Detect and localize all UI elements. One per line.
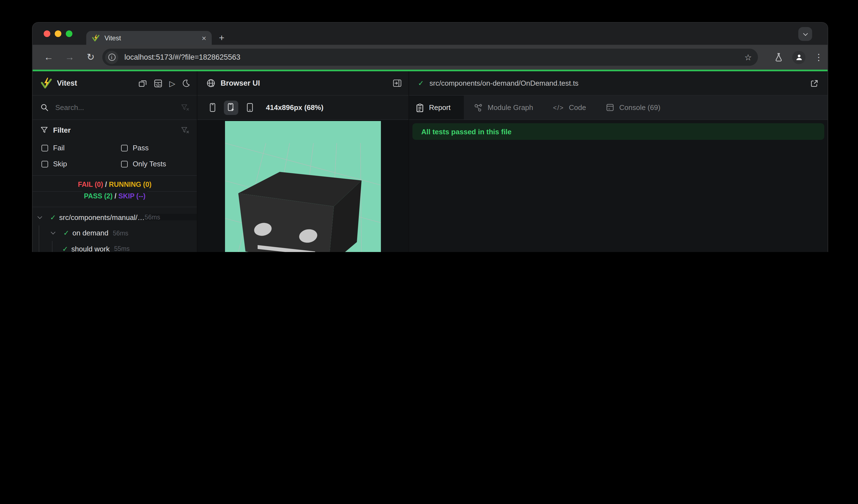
pass-check-icon: ✓: [60, 229, 73, 237]
tab-console[interactable]: Console (69): [596, 96, 670, 119]
tab-search-button[interactable]: [798, 27, 812, 41]
filter-header: Filter: [33, 120, 197, 140]
checkbox-only-tests[interactable]: [121, 161, 128, 167]
filter-option-only-tests[interactable]: Only Tests: [121, 160, 166, 168]
filter-section: Filter Fail Pass: [33, 120, 197, 176]
sidebar-actions: ▷: [138, 79, 190, 87]
clipboard-icon: [416, 103, 424, 112]
summary-line-2: PASS (2) / SKIP (--): [33, 191, 197, 202]
tab-label: Code: [569, 103, 586, 112]
filter-option-pass[interactable]: Pass: [121, 144, 149, 152]
phone-icon: [209, 103, 216, 112]
browser-window: Vitest × + ← → ↻ i localhost:5173/#/?fil…: [32, 22, 828, 252]
checkbox-skip[interactable]: [42, 161, 48, 167]
tab-code[interactable]: </> Code: [543, 96, 596, 119]
test-duration: 56ms: [145, 214, 197, 221]
dark-mode-moon-icon[interactable]: [182, 79, 190, 87]
file-path: src/components/on-demand/OnDemand.test.t…: [430, 79, 804, 87]
tab-module-graph[interactable]: Module Graph: [464, 96, 543, 119]
chevron-down-icon: [803, 31, 808, 36]
dock-panel-right-icon[interactable]: [393, 79, 402, 88]
experiments-flask-icon[interactable]: [774, 52, 783, 62]
collapse-windows-icon[interactable]: [138, 79, 147, 87]
tab-label: Console (69): [619, 103, 661, 112]
close-window-button[interactable]: [44, 30, 50, 37]
dashboard-icon[interactable]: [154, 79, 162, 87]
test-duration: 55ms: [114, 246, 130, 252]
test-suite-row[interactable]: ✓ on demand 56ms: [33, 225, 197, 241]
robot-cube: [238, 172, 362, 252]
device-toolbar: 414x896px (68%): [197, 96, 409, 120]
clear-filter-icon-dim[interactable]: [181, 103, 189, 112]
indent-guide: [33, 225, 46, 241]
module-graph-icon: [474, 103, 483, 112]
new-tab-button[interactable]: +: [215, 32, 228, 45]
report-tabs: Report Module Graph </> Code: [409, 96, 828, 120]
reload-button[interactable]: ↻: [83, 49, 98, 65]
checkbox-pass[interactable]: [121, 145, 128, 151]
phone-dash-icon: [246, 103, 254, 112]
open-external-icon[interactable]: [810, 79, 819, 87]
filter-option-fail[interactable]: Fail: [42, 144, 121, 152]
person-icon: [795, 53, 803, 61]
device-phone-small-button[interactable]: [205, 100, 220, 115]
tab-report[interactable]: Report: [409, 96, 464, 119]
brand: Vitest: [41, 77, 77, 89]
checkbox-fail[interactable]: [42, 145, 48, 151]
file-pass-check-icon: ✓: [418, 79, 424, 87]
info-icon: i: [108, 54, 115, 61]
sidebar: Vitest ▷: [33, 71, 197, 252]
browser-panel-header: Browser UI: [197, 71, 409, 96]
run-all-icon[interactable]: ▷: [169, 79, 175, 87]
device-tablet-button[interactable]: [243, 100, 257, 115]
back-button[interactable]: ←: [41, 49, 57, 65]
tab-label: Report: [429, 103, 450, 112]
browser-panel-title: Browser UI: [221, 79, 260, 87]
test-duration: 56ms: [113, 230, 128, 237]
browser-tab-vitest[interactable]: Vitest ×: [86, 31, 212, 45]
test-file-row[interactable]: ✓ src/components/manual/… 56ms: [33, 209, 197, 225]
filter-option-skip[interactable]: Skip: [42, 160, 121, 168]
vitest-ui: Vitest ▷: [33, 71, 828, 252]
test-label: should work: [71, 245, 110, 252]
toolbar-actions: ⋮: [774, 45, 823, 70]
search-input[interactable]: [54, 103, 175, 112]
sidebar-header: Vitest ▷: [33, 71, 197, 96]
minimize-window-button[interactable]: [55, 30, 61, 37]
expand-chevron-icon[interactable]: [33, 217, 47, 218]
viewport-size-label[interactable]: 414x896px (68%): [266, 103, 323, 112]
address-bar[interactable]: i localhost:5173/#/?file=1828625563 ☆: [102, 49, 758, 66]
vitest-logo-icon: [41, 77, 52, 89]
site-info-button[interactable]: i: [105, 51, 118, 64]
filter-row-1: Fail Pass: [33, 140, 197, 156]
vitest-favicon-icon: [92, 34, 99, 42]
profile-avatar[interactable]: [792, 51, 806, 64]
url-text[interactable]: localhost:5173/#/?file=1828625563: [124, 53, 744, 61]
test-case-row[interactable]: ✓ should work 55ms: [33, 241, 197, 252]
phone-plus-icon: [227, 102, 235, 112]
test-summary: FAIL (0) / RUNNING (0) PASS (2) / SKIP (…: [33, 176, 197, 207]
rendered-3d-scene[interactable]: [225, 121, 381, 252]
console-icon: [606, 103, 614, 112]
bookmark-star-icon[interactable]: ☆: [744, 52, 752, 62]
tab-label: Module Graph: [488, 103, 533, 112]
tab-title: Vitest: [105, 34, 202, 42]
summary-line-1: FAIL (0) / RUNNING (0): [33, 179, 197, 191]
tab-close-icon[interactable]: ×: [202, 34, 206, 42]
test-tree: ✓ src/components/manual/… 56ms ✓ on dema…: [33, 207, 197, 252]
filter-row-2: Skip Only Tests: [33, 156, 197, 172]
expand-chevron-icon[interactable]: [46, 232, 60, 234]
device-add-preset-button[interactable]: [224, 100, 238, 115]
filter-label: Filter: [53, 126, 176, 134]
browser-menu-icon[interactable]: ⋮: [814, 52, 823, 63]
maximize-window-button[interactable]: [66, 30, 73, 37]
clear-filter-icon[interactable]: [181, 126, 189, 134]
all-tests-passed-banner: All tests passed in this file: [412, 123, 824, 140]
tab-strip: Vitest × +: [33, 23, 828, 45]
test-label: src/components/manual/…: [59, 213, 145, 222]
forward-button[interactable]: →: [62, 49, 77, 65]
test-label: on demand: [73, 229, 108, 237]
file-path-header: ✓ src/components/on-demand/OnDemand.test…: [409, 71, 828, 96]
desktop-background: Vitest × + ← → ↻ i localhost:5173/#/?fil…: [0, 0, 858, 252]
pass-check-icon: ✓: [47, 213, 59, 222]
